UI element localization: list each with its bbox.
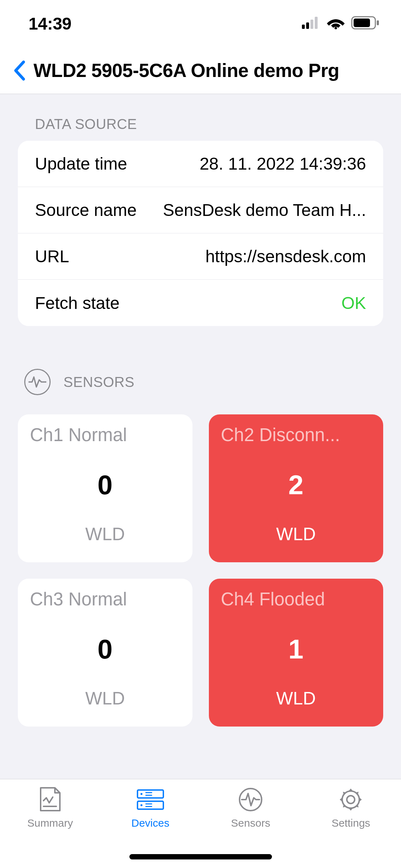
status-icons	[302, 16, 380, 31]
svg-rect-6	[354, 19, 370, 27]
row-value: 28. 11. 2022 14:39:36	[200, 154, 366, 174]
row-label: Source name	[35, 200, 144, 220]
nav-header: WLD2 5905-5C6A Online demo Prg	[0, 47, 401, 94]
sensor-unit: WLD	[276, 688, 316, 709]
row-source-name: Source name SensDesk demo Team H...	[18, 187, 383, 233]
datasource-card: Update time 28. 11. 2022 14:39:36 Source…	[18, 141, 383, 326]
sensor-name: Ch2 Disconn...	[221, 424, 371, 445]
tab-label: Devices	[132, 817, 170, 829]
svg-point-14	[140, 804, 143, 806]
tab-label: Settings	[331, 817, 370, 829]
row-value: SensDesk demo Team H...	[163, 200, 366, 220]
sensor-value: 0	[98, 610, 113, 688]
row-value-ok: OK	[341, 293, 366, 313]
svg-point-18	[347, 796, 355, 804]
sensor-unit: WLD	[85, 524, 125, 544]
sensor-card-ch3[interactable]: Ch3 Normal 0 WLD	[18, 579, 192, 727]
sensor-card-ch2[interactable]: Ch2 Disconn... 2 WLD	[209, 414, 384, 562]
status-time: 14:39	[29, 14, 71, 33]
svg-rect-2	[310, 20, 313, 29]
sensor-card-ch1[interactable]: Ch1 Normal 0 WLD	[18, 414, 192, 562]
svg-point-19	[342, 791, 359, 808]
devices-icon	[136, 786, 165, 813]
page-title: WLD2 5905-5C6A Online demo Prg	[30, 60, 339, 81]
tab-label: Summary	[27, 817, 73, 829]
home-indicator[interactable]	[129, 854, 272, 859]
content: DATA SOURCE Update time 28. 11. 2022 14:…	[0, 94, 401, 737]
status-bar: 14:39	[0, 0, 401, 47]
sensor-value: 0	[98, 445, 113, 524]
svg-rect-3	[315, 17, 318, 29]
summary-icon	[36, 786, 65, 813]
svg-rect-0	[302, 25, 305, 29]
waveform-icon	[24, 369, 51, 395]
tab-summary[interactable]: Summary	[0, 786, 100, 868]
svg-point-4	[335, 27, 337, 30]
settings-icon	[336, 786, 365, 813]
back-button[interactable]	[9, 47, 30, 94]
sensors-icon	[236, 786, 265, 813]
svg-point-11	[140, 793, 143, 795]
chevron-left-icon	[13, 60, 26, 81]
row-label: Update time	[35, 154, 134, 174]
sensor-value: 1	[288, 610, 303, 688]
cell-signal-icon	[302, 17, 320, 30]
svg-rect-1	[306, 22, 309, 29]
section-title: SENSORS	[63, 374, 134, 390]
sensor-value: 2	[288, 445, 303, 524]
sensor-unit: WLD	[276, 524, 316, 544]
sensor-name: Ch4 Flooded	[221, 589, 371, 610]
section-header-sensors: SENSORS	[18, 326, 383, 404]
row-label: URL	[35, 247, 76, 266]
sensor-card-ch4[interactable]: Ch4 Flooded 1 WLD	[209, 579, 384, 727]
row-url: URL https://sensdesk.com	[18, 233, 383, 280]
tab-settings[interactable]: Settings	[301, 786, 401, 868]
sensor-name: Ch1 Normal	[30, 424, 180, 445]
row-label: Fetch state	[35, 293, 127, 313]
row-fetch-state: Fetch state OK	[18, 280, 383, 326]
sensor-name: Ch3 Normal	[30, 589, 180, 610]
tab-label: Sensors	[231, 817, 270, 829]
wifi-icon	[327, 16, 345, 31]
section-header-datasource: DATA SOURCE	[18, 94, 383, 141]
battery-icon	[351, 16, 380, 31]
sensor-grid: Ch1 Normal 0 WLD Ch2 Disconn... 2 WLD Ch…	[18, 404, 383, 737]
svg-rect-7	[377, 20, 379, 25]
row-value: https://sensdesk.com	[205, 247, 366, 266]
sensor-unit: WLD	[85, 688, 125, 709]
row-update-time: Update time 28. 11. 2022 14:39:36	[18, 141, 383, 187]
